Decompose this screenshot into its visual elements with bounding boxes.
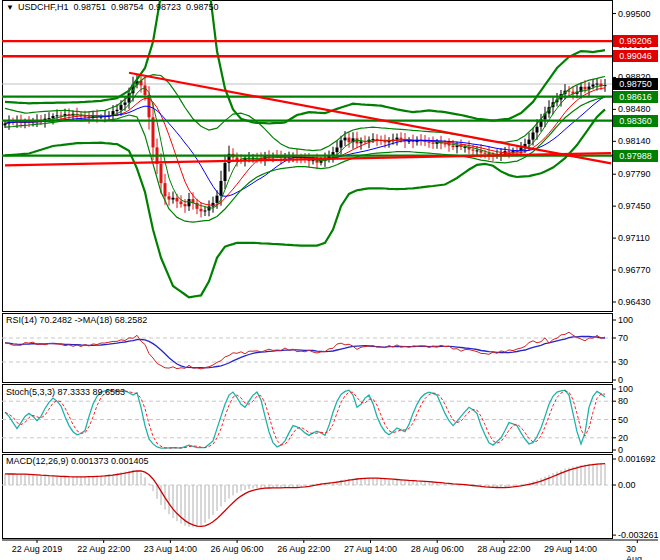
rsi-panel[interactable] <box>2 313 612 382</box>
macd-panel[interactable] <box>2 454 612 538</box>
price-axis[interactable] <box>612 0 660 540</box>
time-axis[interactable] <box>2 540 658 560</box>
trading-terminal-chart-window: { "title_bar": { "symbol_icon": "▼", "sy… <box>0 0 660 560</box>
stoch-panel[interactable] <box>2 384 612 452</box>
main-price-panel[interactable] <box>2 0 612 311</box>
